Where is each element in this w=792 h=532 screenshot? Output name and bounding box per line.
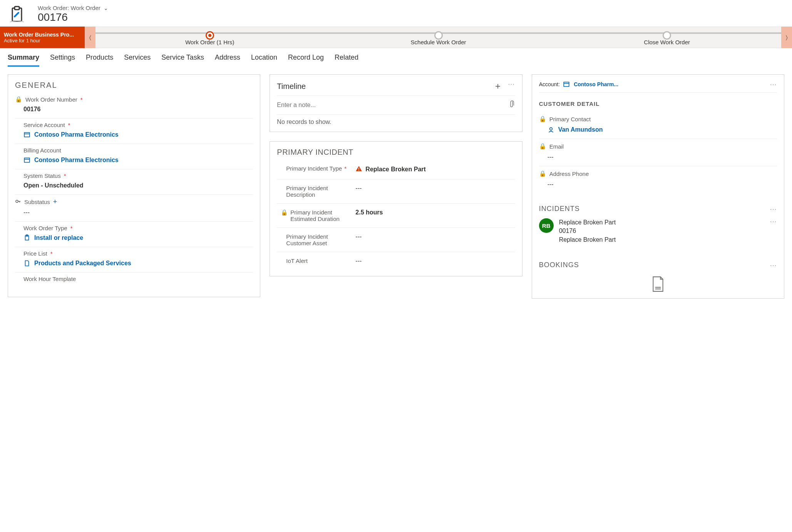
lock-icon: 🔒 <box>539 143 546 150</box>
note-placeholder: Enter a note... <box>277 102 316 109</box>
link-text: Van Amundson <box>558 126 603 133</box>
field-iot-alert[interactable]: IoT Alert --- <box>277 252 515 270</box>
link-text: Contoso Pharma Electronics <box>34 131 119 138</box>
link-text: Products and Packaged Services <box>34 260 131 267</box>
bookings-title: BOOKINGS <box>539 261 579 269</box>
field-value: --- <box>355 233 515 240</box>
primary-incident-section: PRIMARY INCIDENT Primary Incident Type *… <box>270 141 522 276</box>
field-primary-incident-asset[interactable]: Primary Incident Customer Asset --- <box>277 228 515 252</box>
incident-line3: Replace Broken Part <box>559 236 616 244</box>
work-order-type-link[interactable]: Install or replace <box>15 234 253 241</box>
field-substatus[interactable]: Substatus + --- <box>15 195 253 222</box>
field-work-hour-template[interactable]: Work Hour Template <box>15 273 253 291</box>
tab-products[interactable]: Products <box>86 54 113 67</box>
form-tabs: Summary Settings Products Services Servi… <box>0 48 792 67</box>
link-text: Replace Broken Part <box>365 166 426 173</box>
timeline-note-input[interactable]: Enter a note... <box>277 96 515 115</box>
bpf-duration: Active for 1 hour <box>4 38 81 43</box>
required-indicator: * <box>50 250 53 257</box>
price-list-link[interactable]: Products and Packaged Services <box>15 260 253 267</box>
field-service-account[interactable]: Service Account * Contoso Pharma Electro… <box>15 119 253 144</box>
field-label: Work Order Number <box>25 96 77 103</box>
general-section: GENERAL 🔒 Work Order Number * 00176 Serv… <box>8 74 260 297</box>
bookings-more-button[interactable]: ··· <box>770 262 777 268</box>
field-work-order-number[interactable]: 🔒 Work Order Number * 00176 <box>15 93 253 119</box>
bpf-stage-label: Schedule Work Order <box>411 39 466 45</box>
required-indicator: * <box>64 172 66 179</box>
timeline-title: Timeline <box>277 82 306 91</box>
tab-address[interactable]: Address <box>215 54 240 67</box>
field-billing-account[interactable]: Billing Account Contoso Pharma Electroni… <box>15 144 253 169</box>
bpf-stage-schedule[interactable]: Schedule Work Order <box>324 30 553 45</box>
svg-rect-8 <box>358 170 359 171</box>
incidents-section: INCIDENTS ··· RB Replace Broken Part 001… <box>539 205 777 249</box>
field-value: 00176 <box>15 106 253 113</box>
clipboard-lookup-icon <box>23 234 30 241</box>
bpf-stage-work-order[interactable]: Work Order (1 Hrs) <box>95 30 324 45</box>
field-label: Price List <box>23 250 47 257</box>
field-label: Substatus <box>24 199 50 205</box>
account-lookup-icon <box>23 131 30 138</box>
svg-rect-7 <box>358 168 359 170</box>
primary-incident-type-link[interactable]: Replace Broken Part <box>355 165 515 174</box>
record-type-dropdown[interactable]: Work Order: Work Order ⌄ <box>38 5 108 11</box>
bpf-stage-dot <box>434 31 443 40</box>
field-primary-incident-type[interactable]: Primary Incident Type * Replace Broken P… <box>277 160 515 179</box>
work-order-clipboard-icon <box>8 5 26 23</box>
attachment-icon[interactable] <box>510 100 515 110</box>
bpf-stage-label: Work Order (1 Hrs) <box>185 39 234 45</box>
field-label: Primary Incident Description <box>286 185 350 198</box>
field-label: Primary Incident Estimated Duration <box>290 209 350 222</box>
tab-services[interactable]: Services <box>124 54 151 67</box>
incidents-more-button[interactable]: ··· <box>770 206 777 212</box>
account-lookup-icon <box>23 157 30 164</box>
field-value: --- <box>539 181 777 188</box>
svg-rect-2 <box>24 132 30 137</box>
incident-item[interactable]: RB Replace Broken Part 00176 Replace Bro… <box>539 213 777 249</box>
field-address-phone[interactable]: 🔒 Address Phone --- <box>539 166 777 193</box>
tab-settings[interactable]: Settings <box>50 54 75 67</box>
bpf-name: Work Order Business Pro... <box>4 32 81 38</box>
bpf-header[interactable]: Work Order Business Pro... Active for 1 … <box>0 27 85 48</box>
bpf-stage-close[interactable]: Close Work Order <box>553 30 781 45</box>
tab-summary[interactable]: Summary <box>8 54 39 67</box>
incident-line1: Replace Broken Part <box>559 218 616 227</box>
warning-icon <box>355 165 362 174</box>
field-email[interactable]: 🔒 Email --- <box>539 139 777 166</box>
billing-account-link[interactable]: Contoso Pharma Electronics <box>15 157 253 164</box>
field-label: Primary Incident Customer Asset <box>286 233 350 246</box>
required-indicator: * <box>68 122 70 128</box>
field-price-list[interactable]: Price List * Products and Packaged Servi… <box>15 247 253 273</box>
account-link[interactable]: Contoso Pharm... <box>563 81 618 88</box>
bpf-prev-button[interactable]: 〈 <box>85 27 95 48</box>
svg-rect-9 <box>564 82 569 86</box>
tab-location[interactable]: Location <box>251 54 277 67</box>
field-primary-incident-duration[interactable]: 🔒 Primary Incident Estimated Duration 2.… <box>277 204 515 228</box>
bpf-next-button[interactable]: 〉 <box>781 27 792 48</box>
svg-point-4 <box>16 200 18 202</box>
field-label: Work Hour Template <box>23 276 76 282</box>
field-primary-incident-description[interactable]: Primary Incident Description --- <box>277 179 515 204</box>
tab-record-log[interactable]: Record Log <box>288 54 324 67</box>
field-value: Open - Unscheduled <box>15 182 253 189</box>
record-type-label: Work Order: Work Order <box>38 5 100 11</box>
svg-point-10 <box>549 127 552 130</box>
service-account-link[interactable]: Contoso Pharma Electronics <box>15 131 253 138</box>
account-more-button[interactable]: ··· <box>770 81 777 87</box>
timeline-section: Timeline + ··· Enter a note... No record… <box>270 74 522 132</box>
field-work-order-type[interactable]: Work Order Type * Install or replace <box>15 222 253 247</box>
business-process-flow: Work Order Business Pro... Active for 1 … <box>0 27 792 48</box>
field-system-status[interactable]: System Status * Open - Unscheduled <box>15 169 253 195</box>
tab-related[interactable]: Related <box>335 54 358 67</box>
field-label: IoT Alert <box>286 258 308 264</box>
timeline-empty-text: No records to show. <box>277 115 515 125</box>
lock-icon: 🔒 <box>539 115 546 122</box>
timeline-more-button[interactable]: ··· <box>508 81 515 92</box>
timeline-add-button[interactable]: + <box>495 81 501 92</box>
primary-contact-link[interactable]: Van Amundson <box>539 126 777 133</box>
tab-service-tasks[interactable]: Service Tasks <box>161 54 204 67</box>
field-label: Email <box>549 143 564 150</box>
field-label: Service Account <box>23 122 65 128</box>
incident-item-more-button[interactable]: ··· <box>770 218 777 244</box>
field-primary-contact[interactable]: 🔒 Primary Contact Van Amundson <box>539 112 777 139</box>
